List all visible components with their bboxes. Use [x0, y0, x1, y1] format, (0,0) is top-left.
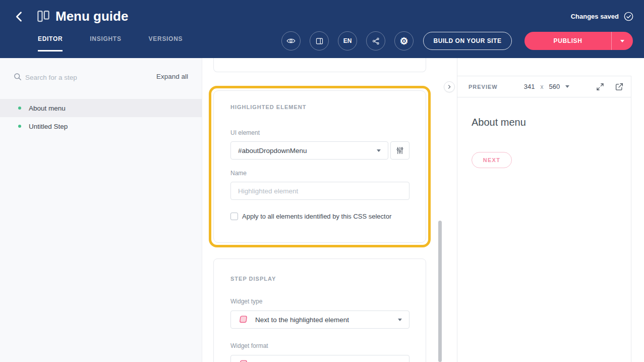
highlighted-element-focus-ring: HIGHLIGHTED ELEMENT UI element #aboutDro… [209, 86, 431, 247]
external-link-icon [615, 82, 624, 91]
settings-button[interactable]: ⚙ [394, 31, 414, 50]
share-button[interactable] [366, 31, 385, 50]
name-label: Name [230, 170, 247, 177]
step-status-dot [18, 107, 21, 110]
collapse-panel-button[interactable] [444, 81, 455, 92]
publish-split-button: PUBLISH [524, 32, 633, 50]
publish-button[interactable]: PUBLISH [524, 32, 611, 50]
guide-columns-icon [36, 9, 51, 24]
language-label: EN [343, 37, 352, 44]
selector-settings-button[interactable] [390, 141, 409, 160]
preview-width-value: 341 [524, 83, 535, 90]
step-item-label: About menu [29, 105, 66, 112]
preview-step-title: About menu [472, 117, 526, 128]
chevron-down-icon [620, 40, 624, 42]
steps-sidebar: Expand all About menu Untitled Step [0, 58, 202, 362]
tab-insights[interactable]: INSIGHTS [90, 35, 121, 51]
layout-button[interactable] [310, 31, 329, 50]
tab-editor[interactable]: EDITOR [38, 35, 63, 51]
tab-versions[interactable]: VERSIONS [149, 35, 183, 51]
preview-title: PREVIEW [469, 84, 498, 90]
chevron-down-icon [398, 319, 402, 321]
apply-all-label: Apply to all elements identified by this… [242, 213, 391, 220]
chevron-right-icon [446, 83, 453, 90]
widget-format-icon [238, 359, 248, 362]
step-list: About menu Untitled Step [0, 99, 202, 135]
maximize-icon [596, 82, 605, 91]
back-button[interactable] [12, 10, 26, 24]
previous-card-partial [213, 58, 426, 72]
expand-preview-button[interactable] [596, 82, 605, 91]
tune-sliders-icon [395, 146, 404, 155]
build-on-your-site-button[interactable]: BUILD ON YOUR SITE [423, 32, 512, 50]
step-item-untitled-step[interactable]: Untitled Step [0, 117, 202, 135]
highlighted-element-name-input[interactable] [230, 182, 409, 200]
step-display-card: STEP DISPLAY Widget type Next to the hig… [213, 258, 426, 362]
vertical-scrollbar[interactable] [438, 221, 442, 362]
preview-header-icons [596, 82, 624, 91]
widget-format-label: Widget format [230, 342, 268, 349]
ui-element-select[interactable]: #aboutDropdownMenu [230, 141, 388, 160]
check-circle-icon [623, 11, 634, 22]
preview-box: PREVIEW 341 x 560 [457, 76, 631, 362]
widget-type-label: Widget type [230, 298, 262, 305]
dimension-separator: x [540, 83, 543, 90]
highlighted-element-card: HIGHLIGHTED ELEMENT UI element #aboutDro… [213, 90, 426, 243]
step-status-dot [18, 125, 21, 128]
editor-main: HIGHLIGHTED ELEMENT UI element #aboutDro… [202, 58, 457, 362]
widget-type-select[interactable]: Next to the highlighted element [230, 311, 409, 329]
header-tabs: EDITOR INSIGHTS VERSIONS [38, 35, 183, 51]
eye-icon [286, 36, 296, 45]
share-icon [372, 37, 380, 45]
widget-type-value: Next to the highlighted element [255, 316, 398, 324]
search-step-input[interactable] [25, 72, 131, 82]
preview-eye-button[interactable] [281, 31, 301, 50]
widget-format-select[interactable] [230, 355, 409, 362]
open-in-new-tab-button[interactable] [615, 82, 624, 91]
header-icon-buttons: EN ⚙ [281, 31, 414, 50]
chevron-left-icon [12, 10, 26, 24]
widget-tooltip-icon [238, 315, 248, 325]
section-title: STEP DISPLAY [230, 276, 276, 282]
page-title: Menu guide [55, 9, 128, 24]
preview-height-value: 560 [549, 83, 560, 90]
preview-header: PREVIEW 341 x 560 [457, 76, 631, 97]
step-item-label: Untitled Step [29, 123, 68, 130]
expand-all-link[interactable]: Expand all [156, 73, 188, 80]
step-item-about-menu[interactable]: About menu [0, 99, 202, 117]
preview-dimensions-select[interactable]: 341 x 560 [524, 83, 569, 90]
next-button[interactable]: NEXT [472, 152, 512, 168]
changes-saved-status: Changes saved [571, 13, 619, 20]
chevron-down-icon [377, 149, 381, 152]
search-icon [13, 72, 23, 82]
publish-dropdown-button[interactable] [611, 32, 633, 50]
apply-all-checkbox-row[interactable]: Apply to all elements identified by this… [230, 213, 391, 220]
preview-panel: PREVIEW 341 x 560 [457, 58, 644, 362]
chevron-down-icon [565, 85, 569, 88]
app-header: Menu guide Changes saved EDITOR INSIGHTS… [0, 0, 644, 58]
language-button[interactable]: EN [338, 31, 357, 50]
layout-panel-icon [315, 37, 324, 45]
ui-element-value: #aboutDropdownMenu [238, 147, 377, 154]
section-title: HIGHLIGHTED ELEMENT [230, 104, 306, 110]
apply-all-checkbox[interactable] [230, 213, 238, 220]
gear-icon: ⚙ [399, 36, 408, 46]
ui-element-label: UI element [230, 129, 260, 136]
